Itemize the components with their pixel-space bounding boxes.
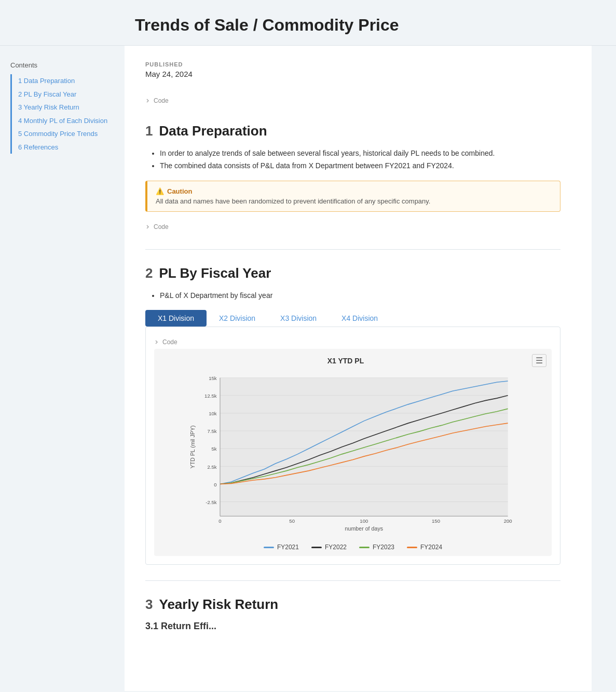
svg-text:7.5k: 7.5k: [207, 429, 216, 435]
sidebar-item-3[interactable]: 3 Yearly Risk Return: [18, 101, 114, 114]
bullet-1-2: The combined data consists of P&L data f…: [160, 160, 560, 172]
chart-wrapper: 15k 12.5k 10k 7.5k 5k 2.5k 0 -2.5k 0 50 …: [159, 372, 546, 538]
legend-dot-fy2024: [407, 547, 417, 548]
section-3-num: 3: [145, 596, 153, 613]
code-toggle-1[interactable]: Code: [145, 94, 560, 107]
meta-section: PUBLISHED May 24, 2024: [145, 61, 560, 78]
sidebar-item-1[interactable]: 1 Data Preparation: [18, 74, 114, 88]
legend-dot-fy2021: [264, 547, 274, 548]
caution-box: ⚠️ Caution All data and names have been …: [145, 181, 560, 212]
legend-fy2023: FY2023: [359, 544, 394, 551]
svg-text:15k: 15k: [209, 375, 217, 381]
published-date: May 24, 2024: [145, 70, 560, 78]
sidebar-item-6[interactable]: 6 References: [18, 141, 114, 154]
sidebar-nav: 1 Data Preparation 2 PL By Fiscal Year 3…: [10, 74, 114, 154]
svg-text:50: 50: [289, 519, 295, 524]
code-toggle-chart[interactable]: Code: [154, 335, 552, 349]
tab-x4[interactable]: X4 Division: [329, 310, 390, 327]
sidebar: Contents 1 Data Preparation 2 PL By Fisc…: [0, 46, 125, 169]
sidebar-item-5[interactable]: 5 Commodity Price Trends: [18, 127, 114, 141]
section-2-title: PL By Fiscal Year: [159, 265, 271, 281]
page-title: Trends of Sale / Commodity Price: [135, 16, 595, 35]
section-2-heading: 2 PL By Fiscal Year: [145, 265, 560, 281]
caution-title: ⚠️ Caution: [156, 187, 552, 195]
section-2-bullets: P&L of X Department by fiscal year: [145, 290, 560, 302]
chart-menu-button[interactable]: ☰: [532, 354, 546, 367]
tab-x2[interactable]: X2 Division: [207, 310, 268, 327]
legend-fy2024: FY2024: [407, 544, 442, 551]
section-3-subtitle: 3.1 Return Effi...: [145, 621, 560, 632]
published-label: PUBLISHED: [145, 61, 560, 67]
chart-svg: 15k 12.5k 10k 7.5k 5k 2.5k 0 -2.5k 0 50 …: [159, 372, 546, 538]
sidebar-item-4[interactable]: 4 Monthly PL of Each Division: [18, 114, 114, 128]
sidebar-item-2[interactable]: 2 PL By Fiscal Year: [18, 88, 114, 101]
chart-header: X1 YTD PL ☰: [159, 354, 546, 367]
legend-dot-fy2022: [311, 547, 322, 548]
section-3-heading: 3 Yearly Risk Return: [145, 596, 560, 613]
divider-2: [145, 580, 560, 581]
svg-text:YTD PL (mil JPY): YTD PL (mil JPY): [189, 426, 196, 469]
svg-rect-0: [220, 378, 508, 517]
svg-text:5k: 5k: [211, 446, 216, 452]
legend-label-fy2021: FY2021: [277, 544, 299, 551]
section-1-bullets: In order to analyze trends of sale betwe…: [145, 147, 560, 172]
legend-label-fy2023: FY2023: [373, 544, 394, 551]
legend-label-fy2024: FY2024: [420, 544, 442, 551]
page-header: Trends of Sale / Commodity Price: [0, 0, 616, 46]
tab-x3[interactable]: X3 Division: [268, 310, 329, 327]
section-1-num: 1: [145, 123, 153, 139]
tab-bar: X1 Division X2 Division X3 Division X4 D…: [145, 310, 560, 327]
svg-text:0: 0: [214, 482, 216, 487]
code-toggle-1b[interactable]: Code: [145, 220, 560, 234]
main-content: PUBLISHED May 24, 2024 Code 1 Data Prepa…: [125, 46, 592, 691]
chart-container: Code X1 YTD PL ☰: [145, 327, 560, 565]
svg-text:100: 100: [360, 519, 368, 524]
caution-icon: ⚠️: [156, 187, 164, 195]
section-1-title: Data Preparation: [159, 123, 267, 139]
sidebar-contents-label: Contents: [10, 61, 114, 69]
legend-fy2022: FY2022: [311, 544, 347, 551]
svg-text:150: 150: [432, 519, 440, 524]
svg-text:10k: 10k: [209, 411, 217, 417]
svg-text:0: 0: [218, 519, 221, 524]
divider-1: [145, 249, 560, 250]
section-3-title: Yearly Risk Return: [159, 596, 278, 613]
caution-text: All data and names have been randomized …: [156, 197, 552, 205]
legend-fy2021: FY2021: [264, 544, 299, 551]
tab-x1[interactable]: X1 Division: [145, 310, 207, 327]
legend-dot-fy2023: [359, 547, 369, 548]
chart-legend: FY2021 FY2022 FY2023 FY2024: [159, 544, 546, 551]
svg-text:2.5k: 2.5k: [207, 464, 216, 470]
chart-title: X1 YTD PL: [159, 357, 532, 365]
section-1-heading: 1 Data Preparation: [145, 123, 560, 139]
svg-text:number of days: number of days: [345, 525, 383, 532]
bullet-2-1: P&L of X Department by fiscal year: [160, 290, 560, 302]
bullet-1-1: In order to analyze trends of sale betwe…: [160, 147, 560, 160]
svg-text:-2.5k: -2.5k: [206, 499, 217, 505]
svg-text:200: 200: [504, 519, 512, 524]
svg-text:12.5k: 12.5k: [204, 393, 217, 399]
legend-label-fy2022: FY2022: [325, 544, 347, 551]
section-2-num: 2: [145, 265, 153, 281]
chart-area: X1 YTD PL ☰: [154, 349, 552, 556]
